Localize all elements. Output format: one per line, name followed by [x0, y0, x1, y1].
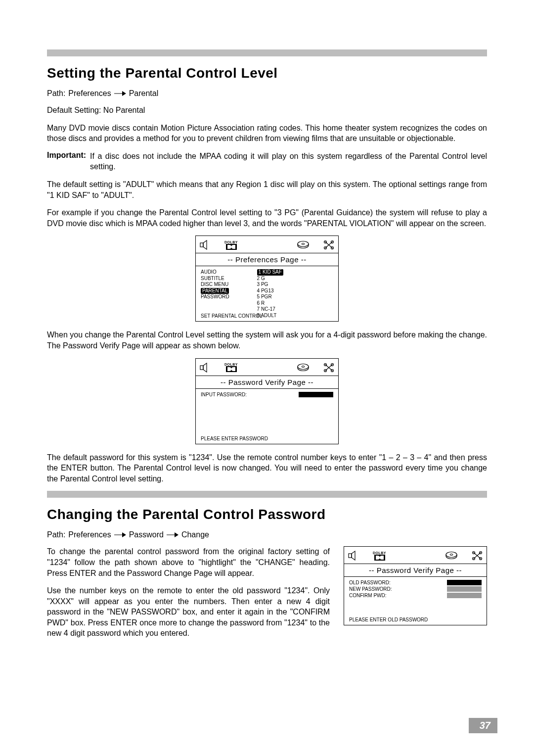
password-entry-box	[299, 392, 333, 397]
osd-footer: PLEASE ENTER OLD PASSWORD	[344, 615, 487, 625]
path-part: Change	[181, 530, 209, 539]
osd-body: AUDIO SUBTITLE DISC MENU PARENTAL PASSWO…	[196, 266, 338, 312]
osd-icon-row: DOLBY	[196, 359, 338, 376]
svg-point-10	[298, 364, 309, 369]
osd-title: -- Password Verify Page --	[344, 564, 487, 577]
paragraph: When you change the Parental Control Lev…	[47, 330, 487, 351]
list-item: 7 NC-17	[257, 306, 283, 313]
osd-body: OLD PASSWORD: NEW PASSWORD: CONFIRM PWD:	[344, 577, 487, 615]
paragraph: To change the parental control password …	[47, 546, 330, 578]
paragraph: Use the number keys on the remote to ent…	[47, 585, 330, 639]
paragraph: For example if you change the Parental C…	[47, 207, 487, 229]
list-item: 4 PG13	[257, 288, 283, 294]
speaker-icon	[200, 240, 211, 250]
path-part: Parental	[129, 89, 159, 98]
osd-footer: PLEASE ENTER PASSWORD	[196, 434, 338, 444]
svg-point-2	[298, 241, 309, 247]
paragraph: The default setting is "ADULT" which mea…	[47, 179, 487, 200]
list-item: PASSWORD	[201, 294, 229, 300]
page-content: Setting the Parental Control Level Path:…	[0, 0, 534, 646]
svg-point-3	[302, 243, 305, 245]
path-line: Path: Preferences Password Change	[47, 530, 487, 539]
osd-password-verify: DOLBY -- Password Verify Page -- INPUT P…	[195, 358, 339, 444]
confirm-password-label: CONFIRM PWD:	[349, 593, 387, 598]
list-item: PARENTAL	[201, 288, 229, 294]
arrow-icon	[114, 532, 126, 537]
paragraph: Many DVD movie discs contain Motion Pict…	[47, 123, 487, 144]
password-entry-box	[447, 580, 482, 585]
section-divider	[47, 491, 487, 498]
arrow-icon	[167, 532, 178, 537]
speaker-icon	[200, 363, 211, 373]
important-text: If a disc does not include the MPAA codi…	[90, 151, 487, 172]
new-password-label: NEW PASSWORD:	[349, 586, 392, 592]
svg-point-18	[446, 552, 457, 558]
list-item: AUDIO	[201, 269, 229, 276]
heading-parental-level: Setting the Parental Control Level	[47, 65, 487, 81]
path-label: Path:	[47, 530, 65, 539]
dolby-icon: DOLBY	[224, 363, 238, 372]
password-entry-box	[447, 586, 482, 592]
list-item: 1 KID SAF	[257, 269, 283, 276]
dolby-icon: DOLBY	[373, 551, 386, 561]
tools-icon	[323, 363, 334, 373]
section-divider	[47, 49, 487, 56]
important-note: Important: If a disc does not include th…	[47, 151, 487, 172]
svg-point-11	[302, 366, 305, 367]
osd-icon-row: DOLBY	[196, 236, 338, 253]
list-item: 5 PGR	[257, 294, 283, 300]
osd-icon-row: DOLBY	[344, 547, 487, 564]
list-item: 3 PG	[257, 282, 283, 288]
dolby-icon: DOLBY	[224, 240, 238, 250]
tools-icon	[323, 240, 334, 250]
default-setting: Default Setting: No Parental	[47, 105, 487, 116]
page-number: 37	[469, 718, 497, 733]
tools-icon	[472, 551, 483, 561]
svg-rect-8	[200, 366, 203, 370]
password-entry-box	[447, 593, 482, 598]
arrow-icon	[114, 91, 126, 96]
list-item: 8 ADULT	[257, 313, 283, 319]
speaker-icon	[348, 551, 359, 561]
path-part: Preferences	[68, 89, 111, 98]
important-label: Important:	[47, 151, 86, 172]
two-column-layout: To change the parental control password …	[47, 546, 487, 646]
path-part: Password	[129, 530, 164, 539]
osd-right-list: 1 KID SAF 2 G 3 PG 4 PG13 5 PGR 6 R 7 NC…	[257, 269, 283, 319]
input-password-label: INPUT PASSWORD:	[201, 392, 247, 397]
osd-password-change: DOLBY -- Password Verify Page -- OLD PAS…	[344, 546, 487, 625]
osd-preferences: DOLBY -- Preferences Page -- AUDIO SUBTI…	[195, 236, 339, 322]
svg-point-19	[450, 554, 453, 556]
osd-body: INPUT PASSWORD:	[196, 389, 338, 434]
list-item: 2 G	[257, 276, 283, 282]
list-item: DISC MENU	[201, 282, 229, 288]
path-line: Path: Preferences Parental	[47, 89, 487, 98]
heading-change-password: Changing the Parental Control Password	[47, 507, 487, 522]
path-label: Path:	[47, 89, 65, 98]
paragraph: The default password for this system is …	[47, 452, 487, 484]
disc-icon	[297, 363, 310, 373]
list-item: SUBTITLE	[201, 276, 229, 282]
osd-title: -- Password Verify Page --	[196, 376, 338, 389]
old-password-label: OLD PASSWORD:	[349, 580, 391, 585]
osd-left-list: AUDIO SUBTITLE DISC MENU PARENTAL PASSWO…	[201, 269, 229, 319]
list-item: 6 R	[257, 300, 283, 307]
disc-icon	[297, 240, 310, 250]
osd-title: -- Preferences Page --	[196, 253, 338, 266]
path-part: Preferences	[68, 530, 111, 539]
svg-rect-16	[349, 554, 352, 558]
disc-icon	[445, 551, 458, 561]
svg-rect-0	[200, 243, 203, 247]
